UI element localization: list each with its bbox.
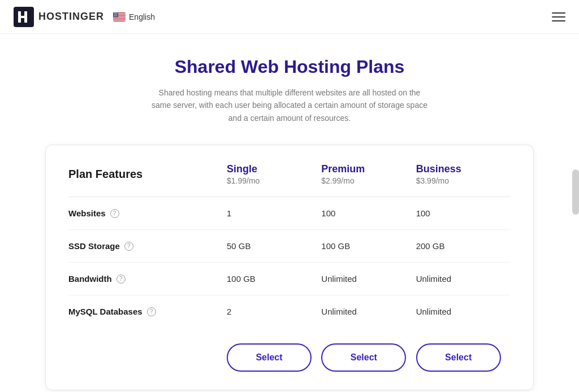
- plan-premium-name: Premium: [321, 163, 416, 175]
- help-icon-0[interactable]: ?: [110, 209, 119, 218]
- svg-point-24: [115, 15, 115, 16]
- svg-point-15: [115, 14, 115, 14]
- help-icon-1[interactable]: ?: [124, 242, 133, 251]
- feature-label-0: Websites?: [68, 208, 227, 218]
- svg-point-11: [115, 12, 116, 13]
- header: HOSTINGER: [0, 0, 579, 34]
- feature-value-2-0: 100 GB: [227, 274, 321, 284]
- feature-value-2-2: Unlimited: [416, 274, 511, 284]
- svg-point-14: [114, 14, 115, 14]
- feature-value-0-1: 100: [321, 208, 416, 218]
- select-business-wrapper: Select: [416, 343, 511, 372]
- svg-point-26: [116, 15, 117, 16]
- feature-value-1-1: 100 GB: [321, 241, 416, 251]
- svg-point-17: [116, 14, 117, 14]
- svg-point-20: [115, 14, 116, 15]
- select-row: Select Select Select: [68, 328, 511, 372]
- feature-label-1: SSD Storage?: [68, 241, 227, 251]
- hostinger-logo-icon: [14, 7, 34, 27]
- feature-value-0-0: 1: [227, 208, 321, 218]
- feature-label-text-0: Websites: [68, 208, 106, 218]
- hamburger-line-3: [552, 20, 565, 21]
- svg-point-9: [114, 12, 114, 13]
- plan-business-header: Business $3.99/mo: [416, 163, 511, 185]
- feature-value-0-2: 100: [416, 208, 511, 218]
- features-column-header: Plan Features: [68, 168, 227, 181]
- hamburger-line-2: [552, 16, 565, 18]
- select-premium-button[interactable]: Select: [321, 343, 406, 372]
- select-single-button[interactable]: Select: [227, 343, 312, 372]
- feature-row: Websites?1100100: [68, 197, 511, 230]
- feature-label-text-2: Bandwidth: [68, 274, 112, 284]
- flag-icon: [113, 12, 126, 21]
- feature-row: MySQL Databases?2UnlimitedUnlimited: [68, 295, 511, 328]
- svg-rect-5: [113, 17, 126, 18]
- feature-label-text-3: MySQL Databases: [68, 307, 142, 316]
- svg-point-23: [114, 15, 115, 16]
- plan-premium-header: Premium $2.99/mo: [321, 163, 416, 185]
- help-icon-3[interactable]: ?: [147, 307, 156, 316]
- feature-row: SSD Storage?50 GB100 GB200 GB: [68, 230, 511, 263]
- logo[interactable]: HOSTINGER: [14, 7, 104, 27]
- feature-row: Bandwidth?100 GBUnlimitedUnlimited: [68, 263, 511, 295]
- plans-header-row: Plan Features Single $1.99/mo Premium $2…: [68, 163, 511, 197]
- language-label: English: [129, 12, 155, 21]
- svg-point-30: [116, 16, 117, 16]
- feature-value-2-1: Unlimited: [321, 274, 416, 284]
- svg-point-25: [116, 15, 116, 16]
- header-left: HOSTINGER: [14, 7, 155, 27]
- plan-single-header: Single $1.99/mo: [227, 163, 321, 185]
- feature-label-2: Bandwidth?: [68, 274, 227, 284]
- svg-point-21: [116, 14, 117, 15]
- select-premium-wrapper: Select: [321, 343, 416, 372]
- hamburger-menu[interactable]: [552, 12, 565, 21]
- svg-point-22: [117, 14, 118, 15]
- plan-business-name: Business: [416, 163, 511, 175]
- feature-value-3-1: Unlimited: [321, 307, 416, 316]
- feature-label-3: MySQL Databases?: [68, 307, 227, 316]
- svg-point-10: [115, 12, 115, 13]
- feature-value-3-0: 2: [227, 307, 321, 316]
- feature-value-1-2: 200 GB: [416, 241, 511, 251]
- svg-point-31: [117, 16, 118, 16]
- feature-value-1-0: 50 GB: [227, 241, 321, 251]
- feature-rows: Websites?1100100SSD Storage?50 GB100 GB2…: [68, 197, 511, 328]
- main-content: Shared Web Hosting Plans Shared hosting …: [0, 34, 579, 390]
- svg-point-19: [115, 14, 115, 15]
- hamburger-line-1: [552, 12, 565, 14]
- plans-table: Plan Features Single $1.99/mo Premium $2…: [68, 163, 511, 372]
- svg-point-27: [114, 16, 114, 16]
- svg-point-29: [115, 16, 116, 16]
- svg-point-16: [116, 14, 116, 14]
- plan-premium-price: $2.99/mo: [321, 176, 416, 185]
- logo-text: HOSTINGER: [38, 11, 104, 23]
- page-subtitle: Shared hosting means that multiple diffe…: [148, 86, 431, 124]
- svg-rect-6: [113, 19, 126, 19]
- plan-single-name: Single: [227, 163, 321, 175]
- svg-point-12: [116, 12, 117, 13]
- select-single-wrapper: Select: [227, 343, 321, 372]
- svg-point-28: [115, 16, 115, 16]
- feature-label-text-1: SSD Storage: [68, 241, 120, 251]
- select-business-button[interactable]: Select: [416, 343, 501, 372]
- page-title: Shared Web Hosting Plans: [45, 56, 534, 77]
- language-selector[interactable]: English: [113, 12, 155, 21]
- scrollbar[interactable]: [572, 169, 579, 215]
- pricing-card: Plan Features Single $1.99/mo Premium $2…: [45, 145, 534, 390]
- svg-rect-7: [113, 20, 126, 20]
- feature-value-3-2: Unlimited: [416, 307, 511, 316]
- svg-point-13: [117, 12, 118, 13]
- plan-single-price: $1.99/mo: [227, 176, 321, 185]
- help-icon-2[interactable]: ?: [116, 275, 126, 284]
- svg-point-18: [114, 14, 114, 15]
- plan-business-price: $3.99/mo: [416, 176, 511, 185]
